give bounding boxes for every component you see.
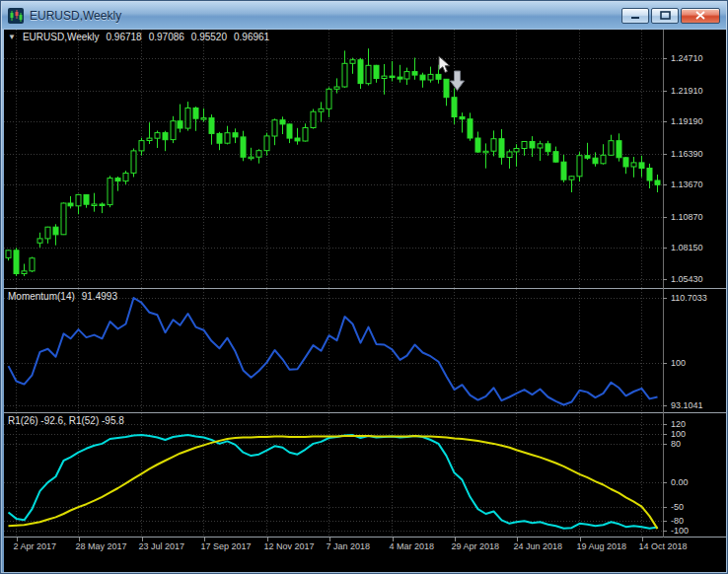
price-scale-label: 110.7033 <box>671 293 707 303</box>
price-scale-label: 100 <box>671 358 686 368</box>
axis-tick <box>663 121 667 122</box>
minimize-icon <box>630 11 640 20</box>
price-scale-label: 120 <box>671 419 686 429</box>
axis-tick <box>663 434 667 435</box>
arrow-down-annotation-icon[interactable] <box>449 70 466 92</box>
time-axis-label: 12 Nov 2017 <box>264 541 315 551</box>
window-title: EURUSD,Weekly <box>30 9 121 23</box>
momentum-canvas[interactable] <box>4 289 663 412</box>
price-scale-label: 80 <box>671 439 681 449</box>
price-scale-label: 1.13670 <box>671 179 703 189</box>
maximize-button[interactable] <box>651 8 679 24</box>
axis-tick <box>663 58 667 59</box>
momentum-indicator-panel[interactable]: Momentum(14) 91.4993 <box>4 289 663 412</box>
axis-tick <box>663 279 667 280</box>
price-scale-label: -100 <box>671 526 689 536</box>
axis-tick <box>663 298 667 299</box>
momentum-value: 91.4993 <box>82 291 117 302</box>
axis-tick <box>663 521 667 522</box>
time-axis-label: 23 Jul 2017 <box>139 541 185 551</box>
price-scale-label: 100 <box>671 429 686 439</box>
symbol-label: EURUSD,Weekly <box>23 32 100 42</box>
price-scale-label: 1.16390 <box>671 149 703 159</box>
axis-tick <box>663 363 667 364</box>
time-axis-label: 28 May 2017 <box>76 541 127 551</box>
price-scale-label: 1.05430 <box>671 274 703 284</box>
window-icon <box>8 8 24 24</box>
price-scale-label: 1.08150 <box>671 243 703 252</box>
window-controls <box>621 8 720 24</box>
close-value: 0.96961 <box>234 32 269 42</box>
minimize-button[interactable] <box>621 8 649 24</box>
oscillator-indicator-panel[interactable]: R1(26) -92.6, R1(52) -95.8 <box>4 413 663 537</box>
time-axis-label: 2 Apr 2017 <box>14 541 57 551</box>
time-axis-label: 24 Jun 2018 <box>514 541 563 551</box>
candlestick-canvas[interactable] <box>4 30 663 288</box>
chart-ohlc-header: ▼ EURUSD,Weekly 0.96718 0.97086 0.95520 … <box>8 32 269 42</box>
price-chart-panel[interactable]: ▼ EURUSD,Weekly 0.96718 0.97086 0.95520 … <box>4 30 663 288</box>
price-scale-label: 1.21910 <box>671 86 703 96</box>
open-value: 0.96718 <box>107 32 142 42</box>
axis-tick <box>663 154 667 155</box>
time-axis-label: 29 Apr 2018 <box>452 541 500 551</box>
oscillator-canvas[interactable] <box>4 413 663 537</box>
axis-tick <box>663 531 667 532</box>
momentum-label: Momentum(14) 91.4993 <box>8 291 117 302</box>
price-scale[interactable]: 1.247101.219101.191901.163901.136701.108… <box>663 30 726 538</box>
axis-tick <box>663 507 667 508</box>
momentum-name: Momentum(14) <box>8 291 75 302</box>
axis-tick <box>663 91 667 92</box>
price-scale-label: 93.1041 <box>671 400 703 410</box>
chart-window: EURUSD,Weekly ▼ EURUSD,Weekly 0.96718 0.… <box>0 0 728 574</box>
close-button[interactable] <box>681 8 720 24</box>
time-axis-label: 17 Sep 2017 <box>201 541 252 551</box>
price-scale-label: 0.00 <box>671 477 689 487</box>
axis-tick <box>663 248 667 249</box>
time-axis-label: 14 Oct 2018 <box>639 541 688 551</box>
symbol-dropdown-icon[interactable]: ▼ <box>8 33 16 41</box>
axis-tick <box>663 424 667 425</box>
axis-tick <box>663 405 667 406</box>
price-scale-label: 1.10870 <box>671 212 703 222</box>
low-value: 0.95520 <box>191 32 227 42</box>
oscillator-label: R1(26) -92.6, R1(52) -95.8 <box>8 415 124 426</box>
price-scale-label: 1.24710 <box>671 53 703 63</box>
price-scale-label: -80 <box>671 516 684 526</box>
price-scale-label: 1.19190 <box>671 116 703 126</box>
axis-tick <box>663 217 667 218</box>
time-axis-label: 4 Mar 2018 <box>390 541 435 551</box>
title-bar[interactable]: EURUSD,Weekly <box>2 2 726 29</box>
time-axis-label: 19 Aug 2018 <box>577 541 627 551</box>
axis-tick <box>663 184 667 185</box>
close-icon <box>695 11 705 20</box>
axis-tick <box>663 444 667 445</box>
maximize-icon <box>660 11 671 20</box>
time-axis-label: 7 Jan 2018 <box>327 541 371 551</box>
axis-tick <box>663 482 667 483</box>
high-value: 0.97086 <box>149 32 184 42</box>
chart-client-area: ▼ EURUSD,Weekly 0.96718 0.97086 0.95520 … <box>4 30 726 572</box>
time-scale[interactable]: 2 Apr 201728 May 201723 Jul 201717 Sep 2… <box>4 538 726 572</box>
oscillator-values: R1(26) -92.6, R1(52) -95.8 <box>8 415 124 426</box>
price-scale-label: -50 <box>671 502 684 512</box>
